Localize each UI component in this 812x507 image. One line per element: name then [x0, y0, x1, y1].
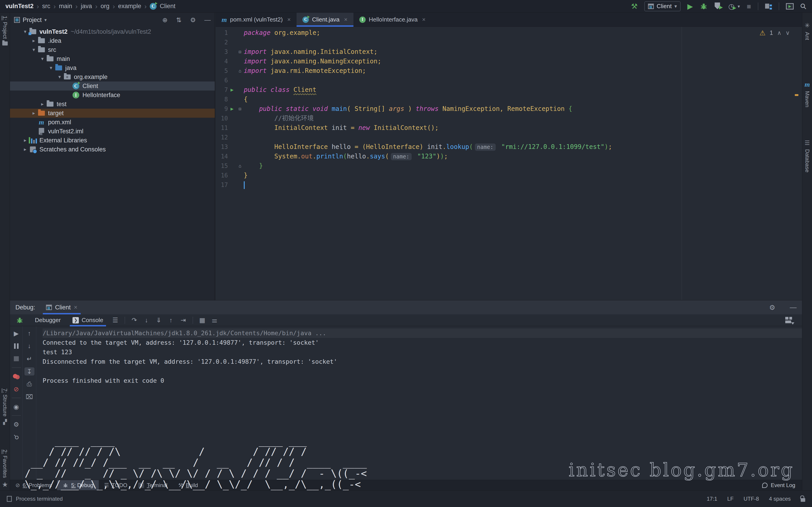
- project-panel-title[interactable]: Project: [23, 16, 42, 23]
- run-line-icon[interactable]: ▶: [228, 104, 236, 114]
- tree-item--idea[interactable]: ▸.idea: [10, 36, 215, 45]
- evaluate-expression-icon[interactable]: ▦: [197, 317, 208, 324]
- tree-chevron-icon[interactable]: ▾: [56, 74, 63, 80]
- tree-chevron-icon[interactable]: ▸: [30, 110, 38, 116]
- profiler-button[interactable]: ◷▶▾: [728, 2, 740, 10]
- tab-debugger[interactable]: Debugger: [30, 315, 66, 326]
- breadcrumb-item[interactable]: java: [81, 3, 92, 10]
- sidebar-item-database[interactable]: ☰ Database: [802, 139, 812, 172]
- line-ending[interactable]: LF: [727, 496, 733, 502]
- tool-window-button-6-problems[interactable]: ⊘6: Problems: [10, 480, 57, 491]
- caret-position[interactable]: 17:1: [707, 496, 717, 502]
- gear-icon[interactable]: ⚙: [190, 16, 196, 24]
- breadcrumb-item[interactable]: main: [59, 3, 72, 10]
- chevron-down-icon[interactable]: ▾: [44, 17, 47, 23]
- step-over-icon[interactable]: ↷: [129, 317, 140, 324]
- pin-icon[interactable]: ⚲: [10, 431, 23, 444]
- prev-warning-icon[interactable]: ∧: [777, 30, 781, 37]
- tree-item-target[interactable]: ▸target: [10, 109, 215, 118]
- tab-console[interactable]: ❯ Console: [67, 315, 108, 326]
- breadcrumb-item[interactable]: src: [42, 3, 50, 10]
- tree-chevron-icon[interactable]: ▾: [21, 29, 29, 35]
- stop-button[interactable]: ■: [747, 3, 751, 10]
- stop-icon[interactable]: [11, 355, 21, 363]
- breadcrumb-item[interactable]: org: [101, 3, 109, 10]
- tree-item-main[interactable]: ▾main: [10, 54, 215, 63]
- tab-pom-xml-vulntest2-[interactable]: mpom.xml (vulnTest2)×: [216, 13, 297, 26]
- tree-chevron-icon[interactable]: ▸: [30, 38, 38, 44]
- tree-chevron-icon[interactable]: ▸: [21, 137, 29, 143]
- run-line-icon[interactable]: ▶: [228, 85, 236, 95]
- tool-window-button-terminal[interactable]: ❯Terminal: [133, 480, 173, 491]
- mute-breakpoints-icon[interactable]: ⊘: [11, 385, 21, 393]
- tree-chevron-icon[interactable]: ▾: [30, 47, 38, 53]
- tree-item-org-example[interactable]: ▾org.example: [10, 72, 215, 81]
- fold-icon[interactable]: ⌂: [236, 66, 244, 75]
- breadcrumb-item[interactable]: example: [118, 3, 141, 10]
- project-structure-icon[interactable]: [765, 3, 772, 9]
- debug-button[interactable]: [700, 2, 708, 10]
- down-stack-icon[interactable]: ↓: [24, 342, 35, 350]
- tree-chevron-icon[interactable]: ▾: [47, 65, 55, 71]
- soft-wrap-icon[interactable]: ↵: [24, 355, 35, 363]
- tree-item-scratches-and-consoles[interactable]: ▸Scratches and Consoles: [10, 145, 215, 154]
- warning-stripe-mark[interactable]: [795, 94, 798, 96]
- list-icon[interactable]: ☰: [110, 317, 120, 324]
- tree-item-vulntest2[interactable]: ▾vulnTest2~/d4m1ts/tools/java/vulnTest2: [10, 27, 215, 36]
- encoding[interactable]: UTF-8: [744, 496, 759, 502]
- run-configuration-select[interactable]: Client ▾: [644, 1, 680, 11]
- tab-client-java[interactable]: CClient.java×: [297, 13, 353, 26]
- tree-item-java[interactable]: ▾java: [10, 63, 215, 72]
- settings-list-icon[interactable]: ⚌: [209, 317, 220, 324]
- thread-dump-camera-icon[interactable]: ◉: [11, 403, 21, 411]
- step-out-icon[interactable]: ↑: [166, 317, 176, 324]
- sidebar-item-project[interactable]: 1: Project: [0, 16, 10, 46]
- tool-window-button-5-debug[interactable]: 5: Debug: [57, 480, 99, 491]
- tree-item-client[interactable]: CClient: [10, 81, 215, 91]
- close-icon[interactable]: ×: [287, 16, 291, 23]
- run-anything-button[interactable]: ▶: [786, 3, 794, 9]
- fold-icon[interactable]: ⌂: [236, 161, 244, 171]
- sidebar-item-favorites[interactable]: 2: Favorites ★: [0, 450, 10, 489]
- breadcrumb-item[interactable]: vulnTest2: [5, 3, 34, 10]
- tree-item-src[interactable]: ▾src: [10, 45, 215, 54]
- tree-item-hellointerface[interactable]: IHelloInterface: [10, 91, 215, 100]
- view-breakpoints-icon[interactable]: [11, 372, 21, 381]
- indent-setting[interactable]: 4 spaces: [769, 496, 791, 502]
- close-icon[interactable]: ×: [422, 16, 425, 23]
- clear-console-icon[interactable]: ⌧: [24, 393, 35, 401]
- pause-icon[interactable]: [11, 342, 21, 350]
- next-warning-icon[interactable]: ∨: [785, 30, 790, 37]
- fold-icon[interactable]: ⊟: [236, 47, 244, 57]
- print-icon[interactable]: ⎙: [24, 380, 35, 388]
- force-step-into-icon[interactable]: ⇓: [154, 317, 164, 324]
- inspection-widget[interactable]: ⚠ 1 ∧ ∨: [759, 29, 790, 37]
- gear-icon[interactable]: ⚙: [769, 303, 775, 312]
- hide-panel-icon[interactable]: —: [790, 303, 797, 311]
- up-stack-icon[interactable]: ↑: [24, 329, 35, 337]
- hide-panel-icon[interactable]: —: [204, 16, 211, 23]
- sidebar-item-structure[interactable]: 7: Structure ▞: [0, 388, 10, 425]
- search-icon[interactable]: ⚲: [798, 1, 809, 11]
- tree-item-vulntest2-iml[interactable]: vulnTest2.iml: [10, 127, 215, 136]
- run-button[interactable]: ▶: [688, 3, 693, 10]
- run-to-cursor-icon[interactable]: ⇥: [178, 317, 189, 324]
- tree-chevron-icon[interactable]: ▸: [39, 101, 46, 107]
- tab-hellointerface-java[interactable]: IHelloInterface.java×: [353, 13, 432, 26]
- breadcrumb-item[interactable]: Client: [160, 3, 175, 10]
- sidebar-item-maven[interactable]: m Maven: [802, 80, 812, 107]
- sidebar-item-ant[interactable]: ✳ Ant: [802, 22, 812, 40]
- run-with-coverage-button[interactable]: ▶: [715, 2, 721, 10]
- event-log-button[interactable]: Event Log: [762, 482, 802, 489]
- code-area[interactable]: 1package org.example;23⊟import javax.nam…: [216, 27, 802, 300]
- console-output[interactable]: /Library/Java/JavaVirtualMachines/jdk1.8…: [36, 326, 802, 480]
- tree-chevron-icon[interactable]: ▾: [39, 56, 46, 62]
- build-hammer-icon[interactable]: ⚒: [631, 3, 638, 10]
- debug-session-tab[interactable]: Client ×: [43, 300, 81, 315]
- fold-icon[interactable]: ⊟: [236, 104, 244, 114]
- tool-window-button-todo[interactable]: ☰TODO: [99, 480, 133, 491]
- close-icon[interactable]: ×: [344, 16, 348, 23]
- collapse-all-icon[interactable]: ⇅: [176, 16, 181, 24]
- locate-file-icon[interactable]: ⊕: [162, 16, 167, 24]
- close-icon[interactable]: ×: [74, 304, 78, 311]
